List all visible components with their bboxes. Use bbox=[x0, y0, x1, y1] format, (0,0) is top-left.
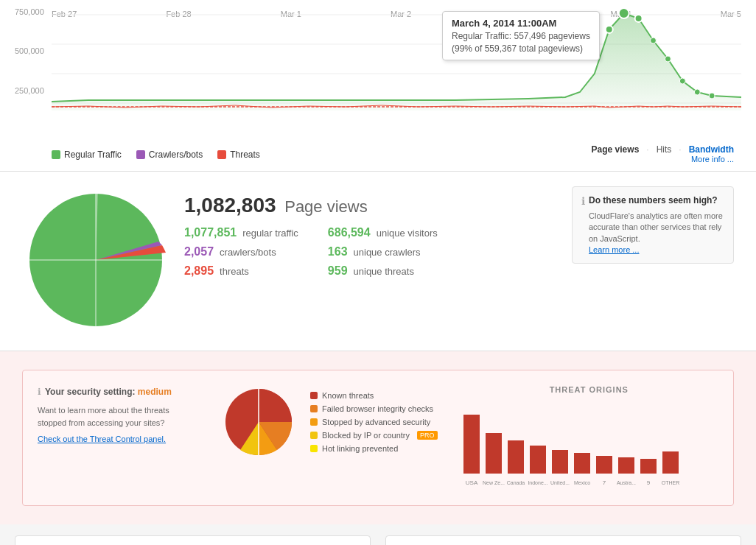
label-failed-browser: Failed browser integrity checks bbox=[322, 404, 433, 413]
info-box: ℹ Do these numbers seem high? CloudFlare… bbox=[572, 186, 734, 264]
dot-stopped-advanced bbox=[310, 418, 318, 426]
svg-point-4 bbox=[606, 26, 613, 33]
svg-text:New Ze...: New Ze... bbox=[483, 480, 505, 485]
stat-threats: 2,895 threats bbox=[184, 264, 298, 278]
svg-rect-20 bbox=[508, 440, 524, 474]
legend-threats: Threats bbox=[217, 150, 260, 160]
svg-text:7: 7 bbox=[602, 479, 606, 486]
svg-text:OTHER: OTHER bbox=[661, 480, 679, 485]
stat-threats-num: 2,895 bbox=[184, 264, 214, 278]
threat-control-link[interactable]: Check out the Threat Control panel. bbox=[38, 435, 166, 443]
dot-known-threats bbox=[310, 392, 318, 399]
stat-crawlers-num: 2,057 bbox=[184, 245, 214, 259]
threat-help-text: Want to learn more about the threats sto… bbox=[38, 404, 200, 429]
stat-unique-crawlers-label: unique crawlers bbox=[354, 247, 421, 258]
svg-text:9: 9 bbox=[646, 479, 650, 486]
main-label: Page views bbox=[284, 197, 368, 216]
svg-point-11 bbox=[709, 93, 715, 99]
threat-section: ℹ Your security setting: medium Want to … bbox=[22, 370, 734, 506]
y-label-750: 750,000 bbox=[15, 7, 44, 16]
svg-text:USA: USA bbox=[465, 479, 477, 486]
y-label-500: 500,000 bbox=[15, 46, 44, 55]
view-hits[interactable]: Hits bbox=[657, 144, 672, 155]
tooltip-body1: Regular Traffic: 557,496 pageviews bbox=[452, 31, 590, 41]
svg-point-10 bbox=[694, 89, 700, 95]
label-stopped-advanced: Stopped by advanced security bbox=[322, 418, 430, 426]
stats-col-right: 686,594 unique visitors 163 unique crawl… bbox=[328, 226, 438, 278]
info-icon: ℹ bbox=[581, 194, 585, 209]
stat-unique-threats-num: 959 bbox=[328, 264, 348, 278]
view-page-views[interactable]: Page views bbox=[592, 144, 640, 155]
threat-pie-area: Known threats Failed browser integrity c… bbox=[222, 385, 438, 459]
info-box-title: Do these numbers seem high? bbox=[589, 194, 724, 207]
threat-legend: Known threats Failed browser integrity c… bbox=[310, 391, 438, 453]
label-blocked-ip: Blocked by IP or country bbox=[322, 431, 410, 440]
stat-unique-visitors-num: 686,594 bbox=[328, 226, 371, 239]
legend-dot-red bbox=[217, 150, 226, 159]
learn-more-link[interactable]: Learn more ... bbox=[589, 245, 639, 254]
svg-point-8 bbox=[665, 56, 671, 62]
svg-rect-18 bbox=[463, 415, 480, 474]
requests-saved: REQUESTS SAVED 16,744,794 requests saved… bbox=[15, 535, 371, 545]
view-bandwidth[interactable]: Bandwidth bbox=[689, 144, 734, 155]
stats-numbers: 1,082,803 Page views 1,077,851 regular t… bbox=[184, 186, 557, 278]
stat-unique-crawlers-num: 163 bbox=[328, 245, 348, 259]
svg-rect-19 bbox=[486, 433, 502, 474]
info-box-body: CloudFlare's analytics are often more ac… bbox=[589, 211, 724, 245]
bar-chart-title: THREAT ORIGINS bbox=[460, 385, 718, 394]
threat-level: medium bbox=[138, 387, 172, 397]
legend-crawlers: Crawlers/bots bbox=[136, 150, 203, 160]
legend-crawlers-label: Crawlers/bots bbox=[149, 150, 203, 160]
stats-col-left: 1,077,851 regular traffic 2,057 crawlers… bbox=[184, 226, 298, 278]
search-engines: SEARCH ENGINES PAGES CRAWLED LAST CRAWL … bbox=[385, 535, 741, 545]
svg-point-5 bbox=[619, 8, 629, 18]
svg-point-9 bbox=[679, 78, 685, 84]
stat-unique-crawlers: 163 unique crawlers bbox=[328, 245, 438, 259]
stats-grid: 1,077,851 regular traffic 2,057 crawlers… bbox=[184, 226, 557, 278]
stat-unique-visitors: 686,594 unique visitors bbox=[328, 226, 438, 239]
chart-y-labels: 750,000 500,000 250,000 bbox=[15, 7, 44, 140]
more-info-link[interactable]: More info ... bbox=[691, 155, 734, 164]
bottom-section: REQUESTS SAVED 16,744,794 requests saved… bbox=[0, 524, 756, 545]
threat-wrapper: ℹ Your security setting: medium Want to … bbox=[0, 351, 756, 524]
stat-crawlers-label: crawlers/bots bbox=[220, 247, 276, 258]
legend-dot-purple bbox=[136, 150, 145, 159]
chart-svg bbox=[52, 7, 741, 125]
svg-text:Indone...: Indone... bbox=[528, 480, 547, 485]
label-hot-linking: Hot linking prevented bbox=[322, 444, 398, 453]
stat-unique-visitors-label: unique visitors bbox=[377, 228, 438, 239]
threat-setting-label: Your security setting: bbox=[45, 387, 135, 397]
chart-tooltip: March 4, 2014 11:00AM Regular Traffic: 5… bbox=[442, 11, 600, 60]
dot-hot-linking bbox=[310, 445, 318, 452]
threat-bar-chart: THREAT ORIGINS USA New Ze... Canada Indo… bbox=[460, 385, 718, 490]
legend-threats-label: Threats bbox=[230, 150, 260, 160]
legend-regular-label: Regular Traffic bbox=[64, 150, 122, 160]
dot-failed-browser bbox=[310, 405, 318, 412]
legend-dot-green bbox=[52, 150, 60, 159]
svg-rect-24 bbox=[596, 456, 612, 474]
svg-point-7 bbox=[651, 38, 657, 43]
svg-rect-27 bbox=[662, 451, 679, 474]
legend-regular-traffic: Regular Traffic bbox=[52, 150, 122, 160]
svg-text:Canada: Canada bbox=[506, 480, 525, 485]
stat-regular-num: 1,077,851 bbox=[184, 226, 237, 239]
svg-rect-23 bbox=[574, 453, 590, 474]
svg-text:United...: United... bbox=[550, 480, 570, 485]
legend-hot-linking: Hot linking prevented bbox=[310, 444, 438, 453]
pie-chart-container bbox=[22, 186, 169, 336]
dot-blocked-ip bbox=[310, 432, 318, 439]
svg-text:Mexico: Mexico bbox=[573, 480, 589, 485]
chart-legend: Regular Traffic Crawlers/bots Threats bbox=[15, 144, 260, 164]
stat-threats-label: threats bbox=[220, 266, 249, 277]
tooltip-body2: (99% of 559,367 total pageviews) bbox=[452, 43, 590, 54]
stat-unique-threats: 959 unique threats bbox=[328, 264, 438, 278]
svg-rect-26 bbox=[640, 459, 657, 474]
svg-rect-21 bbox=[530, 446, 546, 474]
threat-left: ℹ Your security setting: medium Want to … bbox=[38, 385, 200, 446]
y-label-250: 250,000 bbox=[15, 86, 44, 95]
tooltip-title: March 4, 2014 11:00AM bbox=[452, 18, 590, 29]
legend-stopped-advanced: Stopped by advanced security bbox=[310, 418, 438, 426]
svg-rect-22 bbox=[552, 450, 568, 474]
main-number: 1,082,803 bbox=[184, 194, 276, 217]
chart-section: March 4, 2014 11:00AM Regular Traffic: 5… bbox=[0, 0, 756, 172]
